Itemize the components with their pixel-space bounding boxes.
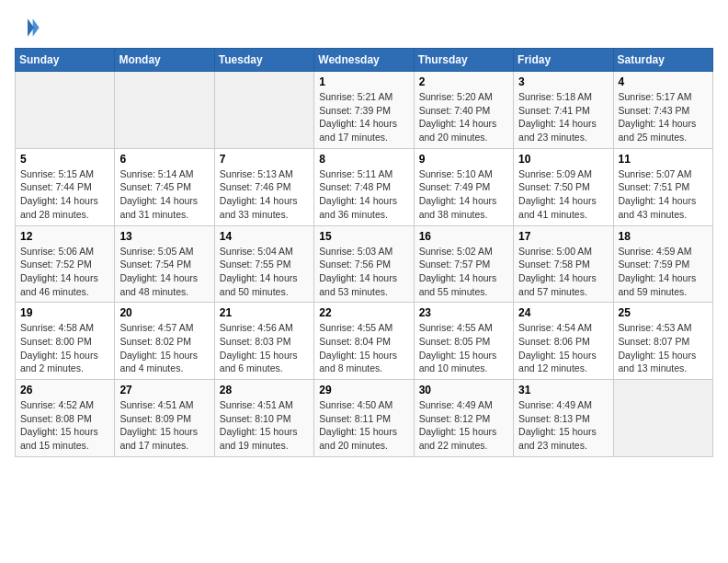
day-info: Sunrise: 5:06 AMSunset: 7:52 PMDaylight:… <box>20 245 109 299</box>
day-number: 23 <box>419 306 508 319</box>
day-number: 30 <box>419 384 508 396</box>
day-number: 7 <box>220 153 309 166</box>
day-number: 28 <box>220 384 309 396</box>
calendar-cell: 5Sunrise: 5:15 AMSunset: 7:44 PMDaylight… <box>16 148 115 225</box>
day-number: 24 <box>518 306 608 319</box>
day-info: Sunrise: 5:11 AMSunset: 7:48 PMDaylight:… <box>319 167 408 222</box>
day-info: Sunrise: 5:07 AMSunset: 7:51 PMDaylight:… <box>619 167 708 222</box>
calendar-cell <box>115 72 214 149</box>
calendar-cell: 24Sunrise: 4:54 AMSunset: 8:06 PMDayligh… <box>514 303 613 380</box>
day-info: Sunrise: 5:00 AMSunset: 7:58 PMDaylight:… <box>518 245 608 299</box>
day-number: 17 <box>518 230 608 243</box>
calendar-table: SundayMondayTuesdayWednesdayThursdayFrid… <box>15 48 713 457</box>
calendar-cell <box>613 380 712 457</box>
calendar-cell: 25Sunrise: 4:53 AMSunset: 8:07 PMDayligh… <box>613 303 712 380</box>
calendar-cell: 23Sunrise: 4:55 AMSunset: 8:05 PMDayligh… <box>414 303 513 380</box>
day-info: Sunrise: 5:05 AMSunset: 7:54 PMDaylight:… <box>119 245 209 299</box>
day-number: 2 <box>419 75 508 88</box>
calendar-cell: 6Sunrise: 5:14 AMSunset: 7:45 PMDaylight… <box>115 148 214 225</box>
day-info: Sunrise: 5:13 AMSunset: 7:46 PMDaylight:… <box>220 167 309 222</box>
logo <box>15 15 44 40</box>
calendar-cell: 9Sunrise: 5:10 AMSunset: 7:49 PMDaylight… <box>414 148 513 225</box>
calendar-cell: 14Sunrise: 5:04 AMSunset: 7:55 PMDayligh… <box>214 225 313 303</box>
calendar-week-5: 26Sunrise: 4:52 AMSunset: 8:08 PMDayligh… <box>16 380 713 457</box>
calendar-cell: 31Sunrise: 4:49 AMSunset: 8:13 PMDayligh… <box>514 380 613 457</box>
day-info: Sunrise: 5:10 AMSunset: 7:49 PMDaylight:… <box>419 167 508 222</box>
day-number: 1 <box>319 75 408 88</box>
calendar-cell: 4Sunrise: 5:17 AMSunset: 7:43 PMDaylight… <box>613 72 712 149</box>
day-number: 9 <box>419 153 508 166</box>
day-info: Sunrise: 4:55 AMSunset: 8:04 PMDaylight:… <box>319 321 408 375</box>
day-number: 18 <box>619 230 708 243</box>
calendar-cell: 15Sunrise: 5:03 AMSunset: 7:56 PMDayligh… <box>314 225 414 303</box>
day-number: 14 <box>220 230 309 243</box>
calendar-cell: 29Sunrise: 4:50 AMSunset: 8:11 PMDayligh… <box>314 380 414 457</box>
day-info: Sunrise: 4:54 AMSunset: 8:06 PMDaylight:… <box>518 321 608 375</box>
day-info: Sunrise: 5:20 AMSunset: 7:40 PMDaylight:… <box>419 90 508 144</box>
calendar-cell: 2Sunrise: 5:20 AMSunset: 7:40 PMDaylight… <box>414 72 513 149</box>
day-number: 19 <box>20 306 109 319</box>
calendar-cell <box>16 72 115 149</box>
day-number: 11 <box>619 153 708 166</box>
day-info: Sunrise: 4:49 AMSunset: 8:13 PMDaylight:… <box>518 398 608 453</box>
day-info: Sunrise: 5:09 AMSunset: 7:50 PMDaylight:… <box>518 167 608 222</box>
day-info: Sunrise: 5:15 AMSunset: 7:44 PMDaylight:… <box>20 167 109 222</box>
day-number: 12 <box>20 230 109 243</box>
calendar-cell: 30Sunrise: 4:49 AMSunset: 8:12 PMDayligh… <box>414 380 513 457</box>
day-info: Sunrise: 4:55 AMSunset: 8:05 PMDaylight:… <box>419 321 508 375</box>
day-info: Sunrise: 5:03 AMSunset: 7:56 PMDaylight:… <box>319 245 408 299</box>
day-number: 10 <box>518 153 608 166</box>
calendar-cell: 7Sunrise: 5:13 AMSunset: 7:46 PMDaylight… <box>214 148 313 225</box>
day-info: Sunrise: 5:04 AMSunset: 7:55 PMDaylight:… <box>220 245 309 299</box>
day-number: 16 <box>419 230 508 243</box>
day-info: Sunrise: 4:53 AMSunset: 8:07 PMDaylight:… <box>619 321 708 375</box>
calendar-cell: 16Sunrise: 5:02 AMSunset: 7:57 PMDayligh… <box>414 225 513 303</box>
calendar-header-row: SundayMondayTuesdayWednesdayThursdayFrid… <box>16 49 713 72</box>
day-number: 6 <box>119 153 209 166</box>
day-number: 21 <box>220 306 309 319</box>
calendar-cell: 3Sunrise: 5:18 AMSunset: 7:41 PMDaylight… <box>514 72 613 149</box>
calendar-cell: 1Sunrise: 5:21 AMSunset: 7:39 PMDaylight… <box>314 72 414 149</box>
calendar-cell: 28Sunrise: 4:51 AMSunset: 8:10 PMDayligh… <box>214 380 313 457</box>
day-info: Sunrise: 4:56 AMSunset: 8:03 PMDaylight:… <box>220 321 309 375</box>
day-header-monday: Monday <box>115 49 214 72</box>
day-number: 20 <box>119 306 209 319</box>
day-info: Sunrise: 5:21 AMSunset: 7:39 PMDaylight:… <box>319 90 408 144</box>
day-header-saturday: Saturday <box>613 49 712 72</box>
calendar-cell: 11Sunrise: 5:07 AMSunset: 7:51 PMDayligh… <box>613 148 712 225</box>
day-number: 4 <box>619 75 708 88</box>
calendar-cell: 18Sunrise: 4:59 AMSunset: 7:59 PMDayligh… <box>613 225 712 303</box>
day-number: 15 <box>319 230 408 243</box>
day-info: Sunrise: 4:57 AMSunset: 8:02 PMDaylight:… <box>119 321 209 375</box>
calendar-cell: 21Sunrise: 4:56 AMSunset: 8:03 PMDayligh… <box>214 303 313 380</box>
calendar-week-2: 5Sunrise: 5:15 AMSunset: 7:44 PMDaylight… <box>16 148 713 225</box>
calendar-week-4: 19Sunrise: 4:58 AMSunset: 8:00 PMDayligh… <box>16 303 713 380</box>
day-info: Sunrise: 5:02 AMSunset: 7:57 PMDaylight:… <box>419 245 508 299</box>
day-info: Sunrise: 5:14 AMSunset: 7:45 PMDaylight:… <box>119 167 209 222</box>
day-header-wednesday: Wednesday <box>314 49 414 72</box>
day-header-tuesday: Tuesday <box>214 49 313 72</box>
day-number: 27 <box>119 384 209 396</box>
day-info: Sunrise: 4:50 AMSunset: 8:11 PMDaylight:… <box>319 398 408 453</box>
day-info: Sunrise: 4:51 AMSunset: 8:10 PMDaylight:… <box>220 398 309 453</box>
calendar-cell: 22Sunrise: 4:55 AMSunset: 8:04 PMDayligh… <box>314 303 414 380</box>
calendar-cell: 8Sunrise: 5:11 AMSunset: 7:48 PMDaylight… <box>314 148 414 225</box>
calendar-cell <box>214 72 313 149</box>
day-number: 25 <box>619 306 708 319</box>
calendar-cell: 13Sunrise: 5:05 AMSunset: 7:54 PMDayligh… <box>115 225 214 303</box>
day-number: 22 <box>319 306 408 319</box>
day-number: 13 <box>119 230 209 243</box>
day-info: Sunrise: 4:49 AMSunset: 8:12 PMDaylight:… <box>419 398 508 453</box>
day-info: Sunrise: 4:59 AMSunset: 7:59 PMDaylight:… <box>619 245 708 299</box>
calendar-week-3: 12Sunrise: 5:06 AMSunset: 7:52 PMDayligh… <box>16 225 713 303</box>
day-info: Sunrise: 4:52 AMSunset: 8:08 PMDaylight:… <box>20 398 109 453</box>
calendar-cell: 20Sunrise: 4:57 AMSunset: 8:02 PMDayligh… <box>115 303 214 380</box>
day-info: Sunrise: 4:58 AMSunset: 8:00 PMDaylight:… <box>20 321 109 375</box>
calendar-cell: 27Sunrise: 4:51 AMSunset: 8:09 PMDayligh… <box>115 380 214 457</box>
calendar-cell: 12Sunrise: 5:06 AMSunset: 7:52 PMDayligh… <box>16 225 115 303</box>
day-info: Sunrise: 5:17 AMSunset: 7:43 PMDaylight:… <box>619 90 708 144</box>
day-info: Sunrise: 5:18 AMSunset: 7:41 PMDaylight:… <box>518 90 608 144</box>
calendar-cell: 26Sunrise: 4:52 AMSunset: 8:08 PMDayligh… <box>16 380 115 457</box>
calendar-cell: 19Sunrise: 4:58 AMSunset: 8:00 PMDayligh… <box>16 303 115 380</box>
calendar-cell: 10Sunrise: 5:09 AMSunset: 7:50 PMDayligh… <box>514 148 613 225</box>
